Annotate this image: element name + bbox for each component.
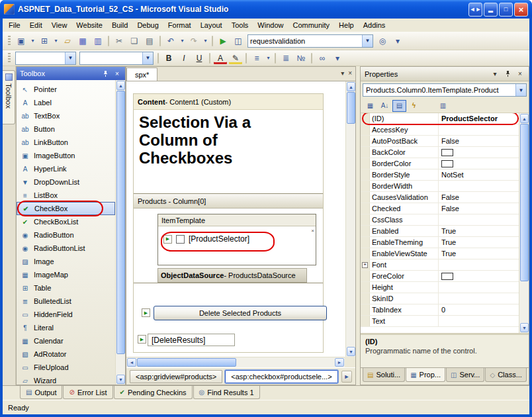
separator[interactable] [212,36,213,46]
toolbox-item[interactable]: ab TextBox [17,109,115,122]
underline-icon[interactable]: U [192,52,206,65]
chevron-down-icon[interactable]: ▾ [52,34,60,48]
menu-item[interactable]: File [4,19,25,31]
close-icon[interactable]: × [515,70,525,79]
designer-horizontal-scrollbar[interactable]: ◄ ► [126,357,345,367]
objectdatasource-control[interactable]: ObjectDataSource - ProductsDataSource [157,268,307,283]
property-row[interactable]: + TabIndex 0 [361,304,519,316]
window-position-icon[interactable]: ▾ [490,70,500,79]
italic-icon[interactable]: I [177,52,191,65]
tag-navigator-tab[interactable]: <asp:checkbox#productsele...> [225,370,337,383]
separator[interactable] [209,53,210,64]
property-row[interactable]: + CausesValidation False [361,192,519,203]
separator[interactable] [108,36,109,46]
property-value[interactable] [439,214,519,225]
property-value[interactable] [439,293,519,304]
scroll-down-icon[interactable]: ▼ [520,323,529,332]
close-document-icon[interactable]: × [348,70,352,77]
find-dropdown-icon[interactable]: ▼ [362,35,373,47]
font-color-icon[interactable]: A [213,52,228,65]
alphabetical-icon[interactable]: A↓ [378,100,392,112]
separator[interactable] [311,53,312,64]
window-arrows-icon[interactable]: ◄► [468,3,482,17]
object-dropdown-icon[interactable]: ▼ [515,84,526,96]
document-tab[interactable]: spx* [126,68,157,81]
menu-item[interactable]: View [47,19,72,31]
bottom-tab[interactable]: ◎ Find Results 1 [193,386,260,399]
toolbox-item[interactable]: ◉ RadioButton [17,228,115,242]
title-bar[interactable]: ASPNET_Data_Tutorial_52_CS - Microsoft V… [0,0,532,19]
separator[interactable] [421,100,435,112]
property-row[interactable]: + CssClass [361,214,519,226]
menu-item[interactable]: Build [107,19,132,31]
toolbar-grip[interactable] [8,36,11,46]
property-row[interactable]: + Height [361,282,519,293]
tab-list-dropdown-icon[interactable]: ▾ [341,70,344,77]
open-file-icon[interactable]: ▱ [60,34,75,48]
gridview-control[interactable]: Products - Column[0] ItemTemplate × ▶ [P… [134,193,323,283]
toolbox-item[interactable]: ⊞ Table [17,281,115,295]
property-value[interactable]: False [439,192,519,203]
property-value[interactable]: False [439,136,519,146]
scroll-right-icon[interactable]: ► [335,358,344,367]
property-value[interactable]: True [439,248,519,259]
toolbox-item[interactable]: ▨ Image [17,255,115,268]
toolbox-item[interactable]: ↖ Pointer [17,83,115,96]
copy-icon[interactable]: ❏ [127,34,142,48]
chevron-down-icon[interactable]: ▾ [179,34,186,48]
property-row[interactable]: + AutoPostBack False [361,136,519,147]
toolbox-item[interactable]: ◉ RadioButtonList [17,242,115,255]
toolbox-item[interactable]: ▭ HiddenField [17,308,115,321]
property-row[interactable]: + EnableViewState True [361,248,519,259]
start-debug-icon[interactable]: ▶ [216,34,230,48]
toolbox-item[interactable]: ▧ AdRotator [17,348,115,361]
font-input[interactable] [80,53,142,64]
menu-item[interactable]: Edit [25,19,47,31]
property-row[interactable]: + Font [361,259,519,271]
toolbox-item[interactable]: ✔ CheckBox [17,202,115,215]
toolbox-item[interactable]: ≡ ListBox [17,189,115,202]
gridview-header[interactable]: Products - Column[0] [134,194,323,208]
add-new-item-icon[interactable]: ⊞ [37,34,52,48]
property-value[interactable] [439,124,519,135]
tag-next-icon[interactable]: ► [341,371,352,383]
designer-checkbox[interactable] [176,235,185,244]
property-pages-icon[interactable]: ▥ [436,100,450,112]
menu-item[interactable]: Debug [132,19,163,31]
bottom-tab[interactable]: ✔ Pending Checkins [114,386,193,399]
scroll-up-icon[interactable]: ▲ [520,114,529,123]
toolbar-grip[interactable] [8,53,11,64]
property-value[interactable] [439,181,519,191]
new-website-icon[interactable]: ▣ [14,34,28,48]
redo-icon[interactable]: ↷ [187,34,201,48]
property-value[interactable] [439,259,519,270]
scroll-up-icon[interactable]: ▲ [116,81,125,90]
menu-item[interactable]: Window [253,19,288,31]
property-row[interactable]: + (ID) ProductSelector [361,113,519,124]
preview-icon[interactable]: ◫ [231,34,245,48]
auto-hide-pin-icon[interactable] [503,70,512,79]
events-icon[interactable]: ϟ [407,100,421,112]
property-value[interactable]: False [439,203,519,214]
panel-tab[interactable]: ◫ Serv... [446,368,484,382]
close-icon[interactable]: × [112,69,122,78]
toolbox-side-tab[interactable]: Toolbox [3,70,15,124]
property-row[interactable]: + BorderStyle NotSet [361,169,519,181]
property-value[interactable] [439,282,519,293]
chevron-down-icon[interactable]: ▾ [265,52,272,65]
property-row[interactable]: + BackColor [361,147,519,158]
menu-item[interactable]: Website [71,19,107,31]
categorized-icon[interactable]: ▦ [363,100,377,112]
style-dropdown-icon[interactable]: ▼ [65,52,75,64]
bold-icon[interactable]: B [161,52,176,65]
toolbox-item[interactable]: ▭ FileUpload [17,361,115,374]
chevron-down-icon[interactable]: ▾ [202,34,209,48]
scrollbar-thumb[interactable] [347,92,355,124]
property-row[interactable]: + BorderWidth [361,181,519,192]
property-row[interactable]: + Text [361,316,519,327]
toolbox-item[interactable]: ab Button [17,122,115,136]
save-icon[interactable]: ▦ [75,34,90,48]
separator[interactable] [159,36,161,46]
checkbox-control-row[interactable]: ▶ [ProductSelector] [158,226,316,252]
font-dropdown-icon[interactable]: ▼ [142,52,153,64]
